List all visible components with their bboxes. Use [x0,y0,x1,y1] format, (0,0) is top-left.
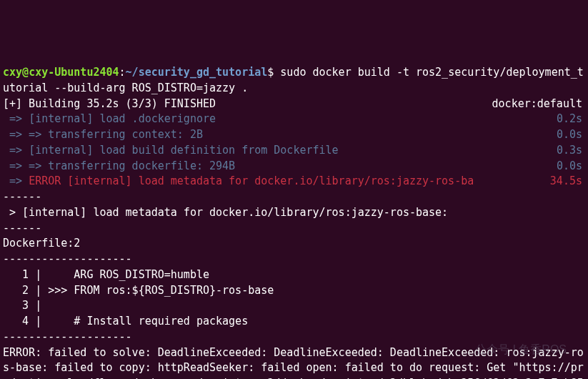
step-text: transferring dockerfile: 294B [48,159,235,172]
prompt-line: cxy@cxy-Ubuntu2404:~/security_gd_tutoria… [3,66,584,94]
step-arrow: => => [3,128,48,141]
prompt-host: cxy-Ubuntu2404 [29,66,119,79]
dash-separator: -------------------- [3,252,132,265]
error-block: ERROR: failed to solve: DeadlineExceeded… [3,346,584,380]
dockerfile-line: 1 | ARG ROS_DISTRO=humble [3,268,209,281]
prompt-colon: : [119,66,126,79]
step-time: 0.3s [557,143,585,159]
separator: ------ [3,222,41,235]
prompt-dollar: $ [267,66,274,79]
dockerfile-line: 3 | [3,299,74,312]
step-arrow: => => [3,159,48,172]
build-driver: docker:default [492,97,585,112]
build-step: => [internal] load build definition from… [3,143,585,159]
prompt-at: @ [22,66,29,79]
build-step: => => transferring context: 2B0.0s [3,127,585,143]
step-arrow: => [3,174,29,187]
error-step-time: 34.5s [550,174,585,190]
build-error-step: => ERROR [internal] load metadata for do… [3,174,585,190]
dockerfile-line: 4 | # Install required packages [3,315,248,328]
step-arrow: => [3,144,29,157]
build-step: => => transferring dockerfile: 294B0.0s [3,159,585,174]
dockerfile-label: Dockerfile:2 [3,237,80,250]
step-time: 0.0s [557,159,585,174]
step-time: 0.0s [557,127,585,143]
terminal-output: cxy@cxy-Ubuntu2404:~/security_gd_tutoria… [3,65,585,379]
error-step-text: ERROR [internal] load metadata for docke… [29,174,474,187]
step-text: [internal] load .dockerignore [29,112,216,125]
build-status: [+] Building 35.2s (3/3) FINISHED [3,97,492,112]
separator: ------ [3,190,41,203]
dockerfile-line: 2 | >>> FROM ros:${ROS_DISTRO}-ros-base [3,284,274,297]
prompt-path: ~/security_gd_tutorial [126,66,268,79]
step-text: [internal] load build definition from Do… [29,144,338,157]
metadata-line: > [internal] load metadata for docker.io… [3,206,448,219]
dash-separator: -------------------- [3,330,132,343]
build-step: => [internal] load .dockerignore0.2s [3,112,585,127]
step-time: 0.2s [557,112,585,127]
step-arrow: => [3,112,29,125]
step-text: transferring context: 2B [48,128,203,141]
prompt-user: cxy [3,66,22,79]
build-header: [+] Building 35.2s (3/3) FINISHEDdocker:… [3,97,585,112]
